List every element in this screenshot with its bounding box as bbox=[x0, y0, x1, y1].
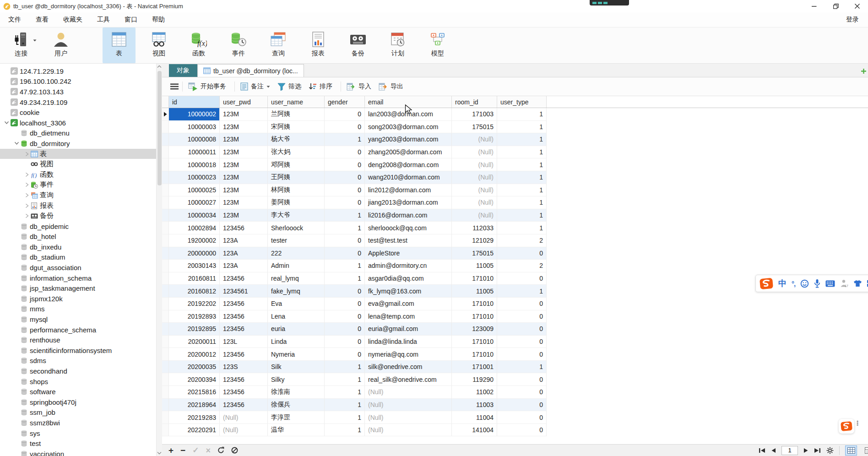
grid-view-toggle[interactable] bbox=[845, 445, 857, 456]
cell-user_name[interactable]: 宋阿姨 bbox=[268, 121, 325, 134]
cell-user_type[interactable]: 1 bbox=[497, 222, 547, 234]
cell-gender[interactable]: 1 bbox=[325, 411, 365, 424]
cell-id[interactable]: 10000034 bbox=[169, 209, 220, 222]
cell-id[interactable]: 10002894 bbox=[169, 222, 220, 234]
cell-user_name[interactable]: 姜阿姨 bbox=[268, 196, 325, 209]
sidebar-item-ssmz8bwi[interactable]: ssmz8bwi bbox=[0, 418, 156, 428]
cell-user_type[interactable]: 0 bbox=[497, 323, 547, 336]
row-marker[interactable] bbox=[162, 247, 169, 260]
sidebar-item-mysql[interactable]: mysql bbox=[0, 314, 156, 325]
cell-gender[interactable]: 0 bbox=[325, 298, 365, 310]
cell-gender[interactable]: 1 bbox=[325, 222, 365, 234]
cell-user_pwd[interactable]: 123L bbox=[220, 336, 268, 348]
row-marker[interactable] bbox=[162, 298, 169, 310]
menu-item-3[interactable]: 工具 bbox=[90, 16, 117, 24]
cell-room_id[interactable]: (Null) bbox=[452, 196, 497, 209]
cell-id[interactable]: 20200394 bbox=[169, 373, 220, 386]
punctuation-icon[interactable]: °, bbox=[792, 280, 795, 288]
sort-button[interactable]: 排序 bbox=[309, 82, 332, 91]
sidebar-scrollbar[interactable] bbox=[156, 64, 162, 456]
cell-gender[interactable]: 0 bbox=[325, 323, 365, 336]
cell-id[interactable]: 20160812 bbox=[169, 285, 220, 298]
microphone-icon[interactable] bbox=[814, 279, 820, 288]
cell-email[interactable]: (Null) bbox=[365, 424, 452, 437]
cell-gender[interactable]: 0 bbox=[325, 348, 365, 361]
menu-item-4[interactable]: 窗口 bbox=[117, 16, 145, 24]
cell-user_pwd[interactable]: 123M bbox=[220, 158, 268, 171]
column-header-room_id[interactable]: room_id bbox=[452, 96, 497, 108]
chevron-collapsed-icon[interactable] bbox=[23, 182, 31, 187]
toolbar-item-4[interactable]: f(x)函数 bbox=[182, 27, 215, 63]
cell-email[interactable]: nymeria@qq.com bbox=[365, 348, 452, 361]
menu-item-5[interactable]: 帮助 bbox=[145, 16, 172, 24]
sidebar-item-sdms[interactable]: sdms bbox=[0, 356, 156, 366]
cell-room_id[interactable]: 175015 bbox=[452, 247, 497, 260]
sidebar-item-49.234.219.109[interactable]: 49.234.219.109 bbox=[0, 97, 156, 108]
last-page-button[interactable] bbox=[814, 448, 821, 453]
row-marker[interactable] bbox=[162, 133, 169, 146]
cell-id[interactable]: 10000027 bbox=[169, 196, 220, 209]
sidebar-item-函数[interactable]: f()函数 bbox=[0, 169, 156, 180]
sidebar-item-software[interactable]: software bbox=[0, 386, 156, 397]
cell-user_type[interactable]: 1 bbox=[497, 196, 547, 209]
cell-user_pwd[interactable]: 123A bbox=[220, 247, 268, 260]
cell-user_name[interactable]: euria bbox=[268, 323, 325, 336]
cell-email[interactable]: fk_lymq@163.com bbox=[365, 285, 452, 298]
toolbar-item-7[interactable]: 报表 bbox=[302, 27, 335, 63]
sidebar-item-表[interactable]: 表 bbox=[0, 149, 156, 159]
row-marker[interactable] bbox=[162, 386, 169, 399]
cell-user_name[interactable]: 兰阿姨 bbox=[268, 108, 325, 121]
menu-item-2[interactable]: 收藏夹 bbox=[56, 16, 90, 24]
row-marker[interactable] bbox=[162, 336, 169, 348]
cell-user_type[interactable]: 0 bbox=[497, 298, 547, 310]
cell-gender[interactable]: 0 bbox=[325, 108, 365, 121]
sidebar-item-db_dormitory[interactable]: db_dormitory bbox=[0, 138, 156, 149]
apply-changes-button[interactable]: ✓ bbox=[192, 446, 199, 454]
cell-gender[interactable]: 0 bbox=[325, 196, 365, 209]
first-page-button[interactable] bbox=[759, 448, 765, 453]
sidebar-item-db_stadium[interactable]: db_stadium bbox=[0, 252, 156, 263]
scroll-down-icon[interactable] bbox=[157, 451, 162, 455]
cell-gender[interactable]: 0 bbox=[325, 158, 365, 171]
cell-user_name[interactable]: Nymeria bbox=[268, 348, 325, 361]
sidebar-item-查询[interactable]: 查询 bbox=[0, 190, 156, 201]
row-marker[interactable] bbox=[162, 184, 169, 197]
cell-gender[interactable]: 0 bbox=[325, 234, 365, 247]
cell-room_id[interactable]: 123009 bbox=[452, 323, 497, 336]
chinese-mode-icon[interactable]: 中 bbox=[778, 278, 787, 289]
sidebar-item-db_dietmenu[interactable]: db_dietmenu bbox=[0, 128, 156, 139]
cell-gender[interactable]: 1 bbox=[325, 133, 365, 146]
sidebar-item-renthouse[interactable]: renthouse bbox=[0, 335, 156, 345]
cell-user_pwd[interactable]: 123M bbox=[220, 133, 268, 146]
profile-icon[interactable]: 17 bbox=[840, 279, 848, 288]
settings-gear-icon[interactable] bbox=[826, 447, 834, 454]
cell-id[interactable]: 20200012 bbox=[169, 348, 220, 361]
cell-user_type[interactable]: 1 bbox=[497, 184, 547, 197]
cell-email[interactable]: sherlooock@qq.com bbox=[365, 222, 452, 234]
cell-email[interactable]: yang2003@dorman.com bbox=[365, 133, 452, 146]
cell-id[interactable]: 10000018 bbox=[169, 158, 220, 171]
cell-gender[interactable]: 1 bbox=[325, 424, 365, 437]
cell-user_name[interactable]: Eva bbox=[268, 298, 325, 310]
cell-user_pwd[interactable]: 123M bbox=[220, 171, 268, 184]
cell-room_id[interactable]: 11004 bbox=[452, 411, 497, 424]
cell-user_pwd[interactable]: 123A bbox=[220, 234, 268, 247]
cell-user_pwd[interactable]: 123A bbox=[220, 260, 268, 272]
cell-user_pwd[interactable]: 123456 bbox=[220, 310, 268, 323]
cell-user_name[interactable]: Sherlooock bbox=[268, 222, 325, 234]
cell-id[interactable]: 20200011 bbox=[169, 336, 220, 348]
sidebar-item-报表[interactable]: 报表 bbox=[0, 201, 156, 211]
sidebar-item-vaccination[interactable]: vaccination bbox=[0, 449, 156, 456]
cell-user_pwd[interactable]: 123456 bbox=[220, 222, 268, 234]
cell-room_id[interactable]: 171010 bbox=[452, 298, 497, 310]
cell-email[interactable]: AppleStore bbox=[365, 247, 452, 260]
cell-user_name[interactable]: 徐偃兵 bbox=[268, 399, 325, 412]
toolbar-item-9[interactable]: 计划 bbox=[381, 27, 414, 63]
cell-user_type[interactable]: 0 bbox=[497, 310, 547, 323]
cell-gender[interactable]: 1 bbox=[325, 361, 365, 374]
sidebar-item-备份[interactable]: 备份 bbox=[0, 211, 156, 221]
cell-email[interactable]: lan2003@dorman.com bbox=[365, 108, 452, 121]
column-header-user_pwd[interactable]: user_pwd bbox=[220, 96, 268, 108]
cell-room_id[interactable]: (Null) bbox=[452, 133, 497, 146]
cell-gender[interactable]: 0 bbox=[325, 171, 365, 184]
